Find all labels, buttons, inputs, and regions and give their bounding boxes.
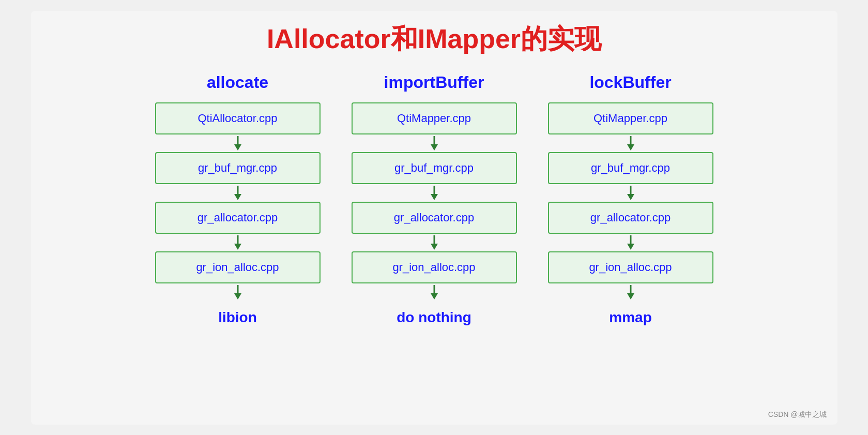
svg-marker-13 (431, 244, 438, 250)
arrow-icon (623, 136, 638, 151)
arrow-icon (230, 136, 246, 151)
arrow-icon (427, 235, 442, 250)
svg-marker-11 (431, 194, 438, 200)
column-importBuffer: importBufferQtiMapper.cpp gr_buf_mgr.cpp… (352, 73, 517, 334)
svg-marker-23 (627, 293, 634, 299)
arrow-icon (623, 235, 638, 250)
flow-box: gr_ion_alloc.cpp (352, 251, 517, 283)
arrow-icon (427, 185, 442, 201)
flow-box: gr_buf_mgr.cpp (155, 152, 321, 184)
arrow-icon (623, 185, 638, 201)
column-title-allocate: allocate (207, 73, 268, 92)
flow-box: QtiMapper.cpp (548, 102, 713, 134)
svg-marker-21 (627, 244, 634, 250)
svg-marker-3 (234, 194, 241, 200)
svg-marker-19 (627, 194, 634, 200)
watermark: CSDN @城中之城 (768, 410, 827, 419)
svg-marker-1 (234, 144, 241, 151)
flow-box: gr_allocator.cpp (548, 202, 713, 234)
arrow-icon (623, 284, 638, 300)
column-title-lockBuffer: lockBuffer (589, 73, 671, 92)
flow-box: gr_ion_alloc.cpp (548, 251, 713, 283)
flow-box: gr_allocator.cpp (352, 202, 517, 234)
slide: IAllocator和IMapper的实现 allocateQtiAllocat… (31, 11, 837, 425)
column-title-importBuffer: importBuffer (384, 73, 484, 92)
flow-box: QtiAllocator.cpp (155, 102, 321, 134)
column-allocate: allocateQtiAllocator.cpp gr_buf_mgr.cpp … (155, 73, 321, 334)
column-lockBuffer: lockBufferQtiMapper.cpp gr_buf_mgr.cpp g… (548, 73, 713, 334)
flow-box: gr_ion_alloc.cpp (155, 251, 321, 283)
flow-box: gr_buf_mgr.cpp (548, 152, 713, 184)
flow-label: do nothing (352, 301, 517, 334)
svg-marker-5 (234, 244, 241, 250)
flow-box: gr_allocator.cpp (155, 202, 321, 234)
svg-marker-7 (234, 293, 241, 299)
svg-marker-17 (627, 144, 634, 151)
main-title: IAllocator和IMapper的实现 (267, 21, 601, 57)
arrow-icon (427, 284, 442, 300)
arrow-icon (230, 235, 246, 250)
arrow-icon (230, 185, 246, 201)
flow-label: mmap (548, 301, 713, 334)
flow-label: libion (155, 301, 321, 334)
flow-box: QtiMapper.cpp (352, 102, 517, 134)
arrow-icon (427, 136, 442, 151)
arrow-icon (230, 284, 246, 300)
svg-marker-15 (431, 293, 438, 299)
columns-container: allocateQtiAllocator.cpp gr_buf_mgr.cpp … (52, 73, 817, 414)
svg-marker-9 (431, 144, 438, 151)
flow-box: gr_buf_mgr.cpp (352, 152, 517, 184)
